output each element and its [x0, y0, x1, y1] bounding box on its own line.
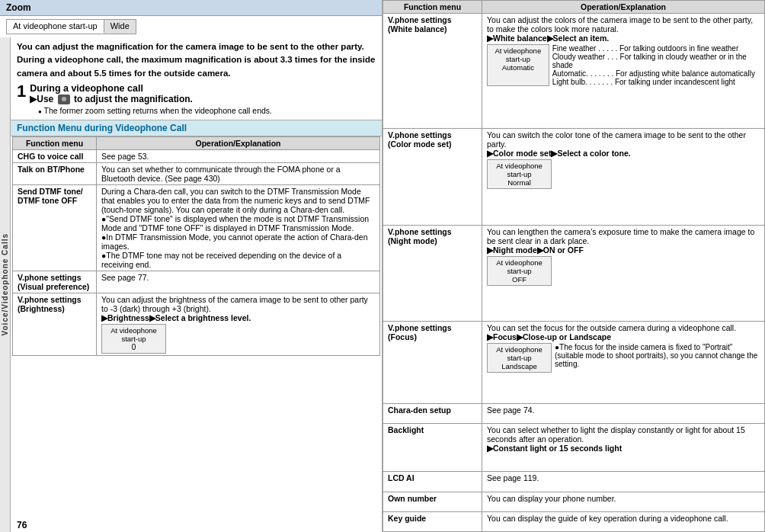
zoom-header: Zoom	[0, 0, 382, 16]
tab-bar: At videophone start-up Wide	[6, 19, 136, 34]
operation-cell: You can set the focus for the outside ca…	[482, 321, 765, 403]
brightness-settings-box: At videophone start-up 0	[101, 324, 166, 354]
white-balance-details: Fine weather . . . . . For talking outdo…	[552, 44, 760, 86]
function-cell: Chara-den setup	[383, 403, 482, 423]
table-row: CHG to voice call See page 53.	[13, 150, 380, 163]
right-table: Function menu Operation/Explanation V.ph…	[382, 0, 765, 532]
function-cell: Key guide	[383, 511, 482, 531]
function-cell: Backlight	[383, 424, 482, 472]
function-cell: Talk on BT/Phone	[13, 163, 97, 185]
zoom-description: You can adjust the magnification for the…	[11, 37, 382, 83]
function-cell: Send DTMF tone/ DTMF tone OFF	[13, 185, 97, 271]
function-cell: V.phone settings (Night mode)	[383, 225, 482, 321]
step-1: 1 During a videophone call ▶Use to adjus…	[11, 83, 382, 120]
step-note: ● The former zoom setting returns when t…	[38, 106, 376, 115]
function-menu-header: Function Menu during Videophone Call	[11, 120, 382, 136]
step-title: During a videophone call	[30, 83, 193, 94]
operation-cell: You can display the guide of key operati…	[482, 511, 765, 531]
table-row: Chara-den setup See page 74.	[383, 403, 765, 423]
table-row: V.phone settings (Color mode set) You ca…	[383, 129, 765, 225]
function-cell: V.phone settings (Visual preference)	[13, 271, 97, 293]
focus-box: At videophone start-up Landscape	[487, 343, 552, 373]
right-col-function: Function menu	[383, 1, 482, 14]
table-row: Own number You can display your phone nu…	[383, 492, 765, 511]
left-table-container: Function menu Operation/Explanation CHG …	[11, 136, 382, 518]
white-balance-box: At videophone start-up Automatic	[487, 44, 549, 86]
table-row: V.phone settings (White balance) You can…	[383, 14, 765, 129]
focus-note: ●The focus for the inside camera is fixe…	[555, 343, 760, 368]
operation-cell: You can adjust the colors of the camera …	[482, 14, 765, 129]
function-menu-table: Function menu Operation/Explanation CHG …	[12, 136, 380, 356]
table-row: Key guide You can display the guide of k…	[383, 511, 765, 531]
table-row: Send DTMF tone/ DTMF tone OFF During a C…	[13, 185, 380, 271]
step-number: 1	[17, 83, 26, 100]
table-row: Backlight You can select whether to ligh…	[383, 424, 765, 472]
right-panel: Function menu Operation/Explanation V.ph…	[382, 0, 765, 532]
table-row: V.phone settings (Focus) You can set the…	[383, 321, 765, 403]
operation-cell: You can lengthen the camera's exposure t…	[482, 225, 765, 321]
night-mode-box: At videophone start-up OFF	[487, 256, 552, 286]
function-cell: V.phone settings (White balance)	[383, 14, 482, 129]
function-cell: V.phone settings (Color mode set)	[383, 129, 482, 225]
operation-cell: You can adjust the brightness of the cam…	[97, 293, 380, 356]
sidebar: Voice/Videophone Calls	[0, 37, 11, 532]
operation-cell: See page 119.	[482, 472, 765, 492]
table-row: V.phone settings (Night mode) You can le…	[383, 225, 765, 321]
tab-wide[interactable]: Wide	[104, 20, 136, 34]
page-number: 76	[11, 518, 382, 532]
color-mode-box: At videophone start-up Normal	[487, 159, 552, 189]
operation-cell: See page 77.	[97, 271, 380, 293]
function-cell: Own number	[383, 492, 482, 511]
table-row: LCD AI See page 119.	[383, 472, 765, 492]
operation-cell: During a Chara-den call, you can switch …	[97, 185, 380, 271]
right-col-operation: Operation/Explanation	[482, 1, 765, 14]
operation-cell: See page 53.	[97, 150, 380, 163]
table-row: Talk on BT/Phone You can set whether to …	[13, 163, 380, 185]
col-function: Function menu	[13, 137, 97, 150]
sidebar-label: Voice/Videophone Calls	[1, 233, 9, 335]
operation-cell: See page 74.	[482, 403, 765, 423]
operation-cell: You can select whether to light the disp…	[482, 424, 765, 472]
function-cell: V.phone settings (Brightness)	[13, 293, 97, 356]
brightness-arrow: ▶Brightness▶Select a brightness level.	[101, 313, 251, 322]
operation-cell: You can switch the color tone of the cam…	[482, 129, 765, 225]
function-cell: V.phone settings (Focus)	[383, 321, 482, 403]
function-cell: CHG to voice call	[13, 150, 97, 163]
step-instruction: ▶Use to adjust the magnification.	[30, 94, 193, 104]
table-row: V.phone settings (Brightness) You can ad…	[13, 293, 380, 356]
tab-at-startup[interactable]: At videophone start-up	[7, 20, 104, 34]
col-operation: Operation/Explanation	[97, 137, 380, 150]
table-row: V.phone settings (Visual preference) See…	[13, 271, 380, 293]
operation-cell: You can set whether to communicate throu…	[97, 163, 380, 185]
function-cell: LCD AI	[383, 472, 482, 492]
operation-cell: You can display your phone number.	[482, 492, 765, 511]
